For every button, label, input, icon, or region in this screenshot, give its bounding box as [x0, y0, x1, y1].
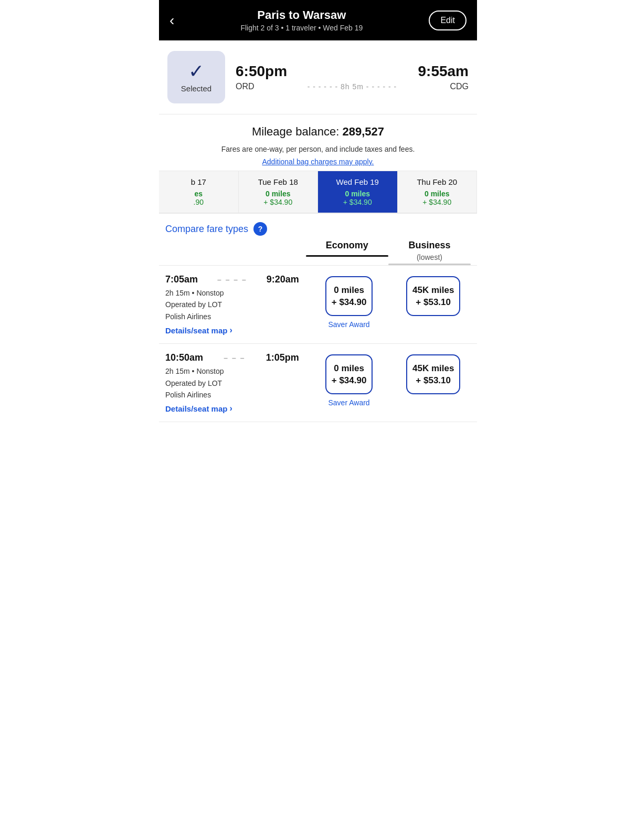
flight-meta: 2h 15m • Nonstop Operated by LOTPolish A…	[165, 365, 299, 401]
table-row: 7:05am – – – – 9:20am 2h 15m • Nonstop O…	[159, 266, 477, 344]
flight-arrive: 9:20am	[267, 274, 299, 285]
economy-fare-wrapper-2: 0 miles + $34.90 Saver Award	[310, 354, 389, 407]
mileage-value: 289,527	[342, 125, 384, 138]
depart-time: 6:50pm	[236, 63, 287, 80]
flight-depart: 7:05am	[165, 274, 198, 285]
saver-award-label: Saver Award	[328, 320, 370, 329]
economy-underline	[306, 255, 388, 257]
date-tab-label: Wed Feb 19	[323, 177, 392, 186]
flight-operator: Operated by LOTPolish Airlines	[165, 299, 299, 322]
economy-fare-cell[interactable]: 0 miles + $34.90	[325, 276, 373, 316]
fare-miles: 45K miles	[412, 363, 454, 374]
date-tab-label: Tue Feb 18	[244, 177, 313, 186]
flight-dashes: – – – –	[200, 276, 264, 284]
help-icon[interactable]: ?	[253, 222, 267, 236]
business-fare-cell[interactable]: 45K miles + $53.10	[406, 276, 460, 316]
business-col-header[interactable]: Business (lowest)	[388, 240, 471, 265]
business-fare-wrapper-2: 45K miles + $53.10	[394, 354, 473, 394]
date-tab-thu-feb-20[interactable]: Thu Feb 20 0 miles + $34.90	[398, 171, 478, 213]
fare-price: + $34.90	[332, 297, 367, 308]
date-tab-price: + $34.90	[323, 198, 392, 206]
flight-info-col: 7:05am – – – – 9:20am 2h 15m • Nonstop O…	[159, 274, 305, 335]
fare-note: Fares are one-way, per person, and inclu…	[167, 144, 469, 155]
business-fare-cell-2[interactable]: 45K miles + $53.10	[406, 354, 460, 394]
economy-fare-cell-2[interactable]: 0 miles + $34.90	[325, 354, 373, 394]
flight-dashes: – – –	[205, 354, 264, 362]
flight-depart: 10:50am	[165, 352, 203, 363]
date-tab-label: Thu Feb 20	[403, 177, 472, 186]
date-tabs: b 17 es .90 Tue Feb 18 0 miles + $34.90 …	[159, 171, 477, 214]
date-tab-price: + $34.90	[244, 198, 313, 206]
mileage-balance: Mileage balance: 289,527	[167, 125, 469, 139]
date-tab-price: .90	[164, 198, 233, 206]
saver-award-label-2: Saver Award	[328, 398, 370, 407]
chevron-right-icon: ›	[229, 404, 232, 413]
header-center: Paris to Warsaw Flight 2 of 3 • 1 travel…	[174, 8, 429, 32]
date-tab-miles: es	[164, 190, 233, 198]
date-tab-miles: 0 miles	[323, 190, 392, 198]
details-seat-map-link[interactable]: Details/seat map ›	[165, 326, 299, 335]
selected-flight-card: ✓ Selected 6:50pm 9:55am ORD - - - - - -…	[159, 40, 477, 114]
page-title: Paris to Warsaw	[174, 8, 429, 22]
chevron-right-icon: ›	[229, 326, 232, 335]
flight-operator: Operated by LOTPolish Airlines	[165, 377, 299, 401]
business-label: Business	[388, 240, 471, 253]
flight-info-col-header	[165, 240, 306, 265]
details-seat-map-link-2[interactable]: Details/seat map ›	[165, 404, 299, 413]
fare-compare-header: Compare fare types ? Economy Business (l…	[159, 214, 477, 265]
flight-duration-stops: 2h 15m • Nonstop	[165, 365, 299, 377]
flights-list: 7:05am – – – – 9:20am 2h 15m • Nonstop O…	[159, 265, 477, 422]
economy-fare-wrapper: 0 miles + $34.90 Saver Award	[310, 276, 389, 329]
header-subtitle: Flight 2 of 3 • 1 traveler • Wed Feb 19	[174, 24, 429, 32]
edit-button[interactable]: Edit	[429, 10, 467, 30]
fare-cells: 0 miles + $34.90 Saver Award 45K miles +…	[305, 274, 477, 335]
flight-arrive: 1:05pm	[266, 352, 299, 363]
business-underline	[388, 264, 471, 265]
date-tab-tue-feb-18[interactable]: Tue Feb 18 0 miles + $34.90	[239, 171, 319, 213]
date-tab-wed-feb-19[interactable]: Wed Feb 19 0 miles + $34.90	[318, 171, 398, 213]
column-headers: Economy Business (lowest)	[165, 236, 471, 265]
date-tab-label: b 17	[164, 177, 233, 186]
date-tab-partial[interactable]: b 17 es .90	[159, 171, 239, 213]
selected-badge: ✓ Selected	[167, 51, 225, 103]
date-tab-price: + $34.90	[403, 198, 472, 206]
mileage-section: Mileage balance: 289,527 Fares are one-w…	[159, 114, 477, 171]
economy-col-header[interactable]: Economy	[306, 240, 388, 265]
selected-label: Selected	[181, 84, 211, 93]
flight-meta: 2h 15m • Nonstop Operated by LOTPolish A…	[165, 287, 299, 322]
flight-duration-stops: 2h 15m • Nonstop	[165, 287, 299, 299]
flight-duration: - - - - - - 8h 5m - - - - - -	[255, 82, 450, 91]
header: ‹ Paris to Warsaw Flight 2 of 3 • 1 trav…	[159, 0, 477, 40]
flight-route-times: 10:50am – – – 1:05pm	[165, 352, 299, 363]
fare-cells: 0 miles + $34.90 Saver Award 45K miles +…	[305, 352, 477, 413]
date-tab-miles: 0 miles	[244, 190, 313, 198]
fare-price: + $53.10	[412, 375, 454, 386]
flight-info-col: 10:50am – – – 1:05pm 2h 15m • Nonstop Op…	[159, 352, 305, 413]
bag-charges-link[interactable]: Additional bag charges may apply.	[262, 158, 374, 166]
table-row: 10:50am – – – 1:05pm 2h 15m • Nonstop Op…	[159, 344, 477, 422]
details-label: Details/seat map	[165, 404, 227, 413]
back-button[interactable]: ‹	[169, 13, 174, 28]
fare-compare-section: Compare fare types ?	[165, 222, 471, 236]
economy-label: Economy	[306, 240, 388, 253]
fare-miles: 45K miles	[412, 285, 454, 296]
business-fare-wrapper: 45K miles + $53.10	[394, 276, 473, 316]
checkmark-icon: ✓	[188, 62, 204, 81]
flight-route-times: 7:05am – – – – 9:20am	[165, 274, 299, 285]
arrive-airport: CDG	[450, 82, 469, 91]
depart-airport: ORD	[236, 82, 255, 91]
fare-price: + $34.90	[332, 375, 367, 386]
arrive-time: 9:55am	[418, 63, 469, 80]
business-sub: (lowest)	[388, 253, 471, 261]
details-label: Details/seat map	[165, 326, 227, 335]
date-tab-miles: 0 miles	[403, 190, 472, 198]
fare-price: + $53.10	[412, 297, 454, 308]
selected-flight-times: 6:50pm 9:55am ORD - - - - - - 8h 5m - - …	[236, 63, 469, 91]
fare-miles: 0 miles	[332, 363, 367, 374]
compare-fare-types-link[interactable]: Compare fare types	[165, 224, 248, 235]
fare-miles: 0 miles	[332, 285, 367, 296]
